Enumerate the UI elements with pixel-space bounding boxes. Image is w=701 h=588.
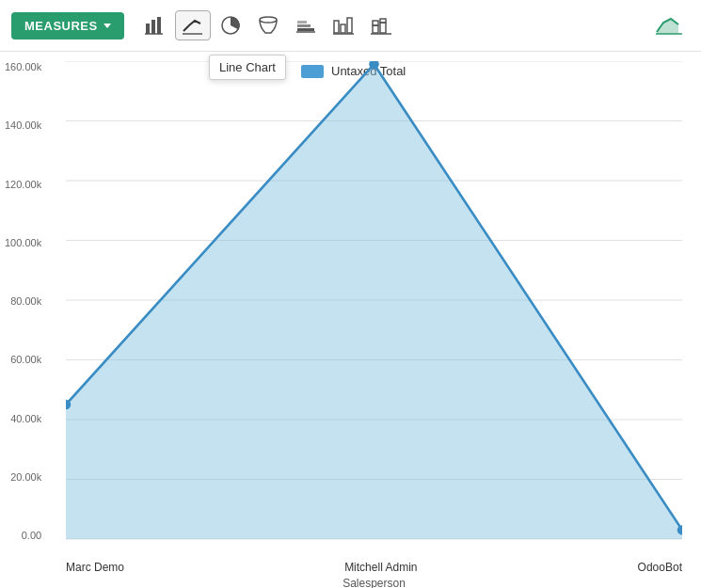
- chart-type-icons: [137, 10, 399, 40]
- chart-svg: [66, 61, 682, 541]
- svg-rect-7: [297, 28, 314, 31]
- y-label-120k: 120.00k: [5, 179, 41, 190]
- column2-icon: [371, 16, 391, 35]
- y-label-100k: 100.00k: [5, 237, 41, 248]
- measures-caret-icon: [104, 24, 111, 28]
- x-axis-labels: Marc Demo Mitchell Admin OdooBot: [66, 561, 682, 574]
- measures-label: MEASURES: [24, 19, 98, 33]
- y-label-80k: 80.00k: [10, 295, 41, 307]
- bar-chart-icon: [145, 16, 166, 35]
- area-chart-button[interactable]: [648, 9, 690, 41]
- svg-point-6: [260, 17, 277, 23]
- area-chart-section: [648, 9, 690, 41]
- pie-chart-icon: [220, 16, 241, 35]
- svg-rect-8: [297, 24, 311, 27]
- x-axis-title: Salesperson: [66, 577, 682, 588]
- y-label-0: 0.00: [22, 530, 41, 541]
- area-chart-icon: [656, 15, 682, 36]
- chart-inner: 160.00k 140.00k 120.00k 100.00k 80.00k 6…: [66, 61, 682, 541]
- column2-button[interactable]: [363, 10, 399, 40]
- svg-rect-13: [347, 18, 352, 33]
- bar-chart-button[interactable]: [137, 10, 173, 40]
- svg-rect-18: [380, 19, 386, 23]
- line-chart-button[interactable]: [175, 10, 211, 40]
- funnel-button[interactable]: [250, 10, 286, 40]
- measures-button[interactable]: MEASURES: [11, 12, 124, 40]
- svg-rect-2: [157, 17, 161, 34]
- svg-rect-1: [151, 20, 155, 34]
- y-label-20k: 20.00k: [10, 471, 41, 483]
- toolbar: MEASURES: [0, 0, 701, 52]
- x-label-odoobot: OdooBot: [638, 561, 682, 574]
- stacked-bar-icon: [295, 16, 316, 35]
- line-chart-tooltip: Line Chart: [209, 55, 286, 80]
- svg-rect-9: [297, 21, 307, 24]
- chart-container: 160.00k 140.00k 120.00k 100.00k 80.00k 6…: [0, 52, 701, 588]
- column1-button[interactable]: [326, 10, 361, 40]
- svg-rect-0: [146, 24, 150, 34]
- svg-rect-12: [341, 24, 345, 33]
- tooltip-text: Line Chart: [219, 60, 276, 74]
- funnel-icon: [258, 16, 279, 35]
- y-label-40k: 40.00k: [10, 413, 41, 424]
- y-label-160k: 160.00k: [5, 61, 41, 72]
- column1-icon: [333, 16, 354, 35]
- pie-chart-button[interactable]: [213, 10, 248, 40]
- line-chart-icon: [183, 16, 203, 35]
- y-label-140k: 140.00k: [5, 119, 41, 131]
- stacked-bar-button[interactable]: [288, 10, 324, 40]
- svg-rect-16: [373, 21, 378, 25]
- y-axis: 160.00k 140.00k 120.00k 100.00k 80.00k 6…: [5, 61, 41, 541]
- x-label-mitchell: Mitchell Admin: [344, 561, 417, 574]
- svg-rect-11: [334, 21, 339, 33]
- x-label-marc: Marc Demo: [66, 561, 124, 574]
- svg-rect-15: [373, 25, 378, 33]
- svg-rect-17: [380, 23, 386, 33]
- y-label-60k: 60.00k: [10, 354, 41, 365]
